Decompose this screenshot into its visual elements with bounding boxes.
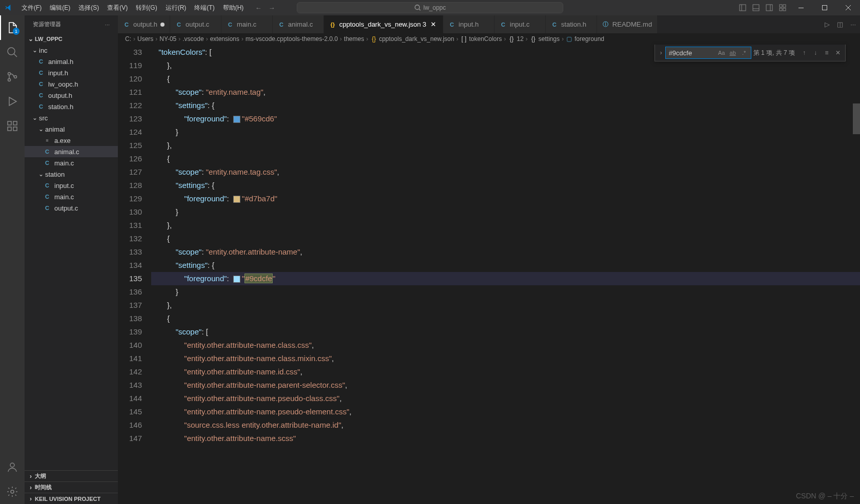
code-line[interactable]: { [151, 152, 860, 165]
folder-inc[interactable]: ⌄inc [25, 45, 118, 56]
nav-forward[interactable]: → [266, 2, 277, 13]
split-editor-icon[interactable]: ◫ [837, 20, 843, 28]
breadcrumb-item[interactable]: extensions [210, 35, 239, 43]
tab-close-icon[interactable]: ✕ [429, 20, 438, 29]
file-output.c[interactable]: Coutput.c [25, 202, 118, 214]
code-line[interactable]: "entity.other.attribute-name.id.css", [151, 365, 860, 379]
menu-item[interactable]: 选择(S) [74, 0, 103, 15]
vertical-scrollbar[interactable] [853, 45, 860, 504]
code-line[interactable]: "scope": "entity.other.attribute-name", [151, 245, 860, 259]
activity-account[interactable] [0, 455, 25, 479]
code-line[interactable]: }, [151, 219, 860, 232]
menu-item[interactable]: 文件(F) [17, 0, 46, 15]
code-line[interactable]: "settings": { [151, 259, 860, 272]
code-line[interactable]: "entity.other.attribute-name.parent-sele… [151, 379, 860, 392]
match-case-icon[interactable]: Aa [716, 48, 727, 58]
breadcrumb-item[interactable]: themes [344, 35, 364, 43]
file-main.c[interactable]: Cmain.c [25, 157, 118, 169]
code-line[interactable]: }, [151, 139, 860, 152]
breadcrumb-item[interactable]: {}settings [530, 35, 560, 43]
breadcrumb-item[interactable]: NY-05 [159, 35, 176, 43]
more-icon[interactable]: ··· [850, 20, 856, 28]
activity-extensions[interactable] [0, 114, 25, 138]
activity-search[interactable] [0, 40, 25, 65]
activity-settings[interactable] [0, 479, 25, 504]
customize-layout-icon[interactable] [776, 0, 789, 15]
folder-animal[interactable]: ⌄animal [25, 123, 118, 135]
command-center[interactable]: lw_oppc [297, 2, 563, 13]
folder-station[interactable]: ⌄station [25, 169, 118, 180]
code-line[interactable]: "scope": "entity.name.tag.css", [151, 165, 860, 179]
keil-section[interactable]: ›KEIL UVISION PROJECT [25, 493, 118, 504]
layout-primary-sidebar-icon[interactable] [736, 0, 749, 15]
code-line[interactable]: "entity.other.attribute-name.class.css", [151, 339, 860, 352]
code-line[interactable]: } [151, 205, 860, 219]
window-close[interactable] [836, 0, 860, 15]
window-minimize[interactable] [789, 0, 813, 15]
breadcrumb-item[interactable]: ms-vscode.cpptools-themes-2.0.0 [245, 35, 338, 43]
code-line[interactable]: { [151, 72, 860, 86]
code-line[interactable]: "settings": { [151, 99, 860, 112]
breadcrumb-item[interactable]: C: [125, 35, 131, 43]
code-line[interactable]: "entity.other.attribute-name.class.mixin… [151, 352, 860, 365]
code-line[interactable]: { [151, 312, 860, 325]
file-a.exe[interactable]: ≡a.exe [25, 135, 118, 146]
file-input.h[interactable]: Cinput.h [25, 67, 118, 78]
match-whole-word-icon[interactable]: ab [728, 48, 738, 58]
code-line[interactable]: "scope": "entity.name.tag", [151, 86, 860, 99]
menu-item[interactable]: 终端(T) [190, 0, 218, 15]
file-animal.c[interactable]: Canimal.c [25, 146, 118, 157]
tab-cpptools_dark_vs_new.json 3[interactable]: {}cpptools_dark_vs_new.json 3✕ [324, 15, 443, 33]
tab-station.h[interactable]: Cstation.h [546, 15, 597, 33]
layout-panel-icon[interactable] [749, 0, 763, 15]
sidebar-more-icon[interactable]: ··· [105, 22, 110, 28]
code-content[interactable]: "tokenColors": [ }, { "scope": "entity.n… [151, 45, 860, 504]
file-station.h[interactable]: Cstation.h [25, 101, 118, 112]
find-expand-icon[interactable]: › [657, 49, 665, 56]
file-main.c[interactable]: Cmain.c [25, 191, 118, 202]
code-line[interactable]: { [151, 232, 860, 245]
file-animal.h[interactable]: Canimal.h [25, 56, 118, 67]
layout-secondary-sidebar-icon[interactable] [763, 0, 776, 15]
scrollbar-thumb[interactable] [853, 103, 860, 134]
menu-item[interactable]: 查看(V) [103, 0, 132, 15]
run-icon[interactable]: ▷ [825, 20, 830, 28]
menu-item[interactable]: 帮助(H) [219, 0, 248, 15]
find-close-icon[interactable]: ✕ [833, 48, 843, 58]
regex-icon[interactable]: .* [739, 48, 749, 58]
find-selection-icon[interactable]: ≡ [822, 48, 832, 58]
breadcrumb-item[interactable]: {}cpptools_dark_vs_new.json [370, 35, 454, 43]
window-maximize[interactable] [813, 0, 836, 15]
file-lw_oopc.h[interactable]: Clw_oopc.h [25, 78, 118, 90]
file-output.h[interactable]: Coutput.h [25, 90, 118, 101]
tab-main.c[interactable]: Cmain.c [221, 15, 273, 33]
tab-input.c[interactable]: Cinput.c [495, 15, 546, 33]
menu-item[interactable]: 编辑(E) [46, 0, 74, 15]
code-line[interactable]: }, [151, 299, 860, 312]
breadcrumb-item[interactable]: ▢foreground [566, 35, 604, 43]
activity-scm[interactable] [0, 65, 25, 89]
code-line[interactable]: } [151, 285, 860, 299]
code-line[interactable]: "settings": { [151, 179, 860, 192]
menu-item[interactable]: 运行(R) [161, 0, 191, 15]
breadcrumb-item[interactable]: [ ]tokenColors [460, 35, 502, 43]
tab-animal.c[interactable]: Canimal.c [273, 15, 324, 33]
outline-section[interactable]: ›大纲 [25, 470, 118, 481]
folder-src[interactable]: ⌄src [25, 112, 118, 123]
menu-item[interactable]: 转到(G) [132, 0, 161, 15]
project-root[interactable]: ⌄LW_OPPC [25, 33, 118, 45]
file-input.c[interactable]: Cinput.c [25, 180, 118, 191]
breadcrumbs[interactable]: C:›Users›NY-05›.vscode›extensions›ms-vsc… [118, 33, 860, 45]
tab-input.h[interactable]: Cinput.h [443, 15, 495, 33]
editor-body[interactable]: › Aa ab .* 第 1 项, 共 7 项 ↑ ↓ ≡ ✕ 33119120… [118, 45, 860, 504]
code-line[interactable]: "foreground": "#d7ba7d" [151, 192, 860, 205]
activity-explorer[interactable]: 1 [0, 15, 25, 40]
tab-output.h[interactable]: Coutput.h [118, 15, 170, 33]
tab-README.md[interactable]: ⓘREADME.md [597, 15, 658, 33]
timeline-section[interactable]: ›时间线 [25, 481, 118, 493]
code-line[interactable]: "entity.other.attribute-name.scss" [151, 432, 860, 445]
code-line[interactable]: "scope": [ [151, 325, 860, 339]
code-line[interactable]: "entity.other.attribute-name.pseudo-elem… [151, 405, 860, 418]
code-line[interactable]: "foreground": "#569cd6" [151, 112, 860, 125]
find-prev-icon[interactable]: ↑ [799, 48, 809, 58]
